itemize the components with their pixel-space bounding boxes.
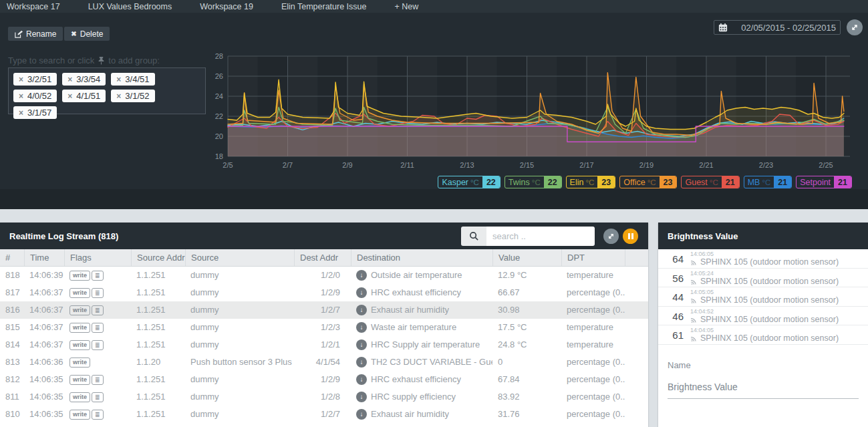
- tab-elin-temperature-issue[interactable]: Elin Temperature Issue: [281, 2, 367, 11]
- cell-spacer: [625, 371, 648, 388]
- table-row[interactable]: 81114:06:35write≣1.1.251dummy1/2/8↓HRC s…: [0, 388, 648, 406]
- search-input[interactable]: [486, 227, 595, 246]
- tab-workspace-19[interactable]: Workspace 19: [200, 2, 253, 11]
- brightness-timestamp: 14:04:05: [690, 327, 868, 333]
- date-range-input[interactable]: [732, 23, 840, 33]
- pause-stream-button[interactable]: [623, 229, 638, 244]
- legend-unit: °C: [710, 178, 718, 186]
- group-chip[interactable]: ×3/3/54: [62, 73, 106, 86]
- legend-name: Kasper°C: [438, 176, 482, 188]
- cell-dpt: percentage (0....: [561, 388, 625, 406]
- brightness-source-label: SPHINX 105 (outdoor motion sensor): [700, 333, 839, 343]
- group-chip[interactable]: ×4/1/51: [62, 90, 106, 102]
- column-header-source: Source: [185, 249, 294, 266]
- tab-workspace-17[interactable]: Workspace 17: [7, 2, 60, 11]
- legend-item-guest[interactable]: Guest°C21: [681, 176, 739, 188]
- legend-value: 21: [834, 176, 851, 188]
- table-row[interactable]: 81414:06:37write≣1.1.251dummy1/2/1↓HRC S…: [0, 336, 648, 353]
- legend-label: Office: [623, 178, 645, 187]
- remove-group-icon[interactable]: ×: [19, 75, 23, 84]
- group-chip[interactable]: ×3/2/51: [13, 73, 57, 86]
- cell-dpt: percentage (0....: [561, 284, 625, 301]
- remove-group-icon[interactable]: ×: [116, 75, 121, 84]
- log-panel: Realtime Log Stream (818) #TimeFlagsSour…: [0, 223, 648, 427]
- remove-group-icon[interactable]: ×: [19, 108, 23, 118]
- rename-label: Rename: [26, 29, 56, 39]
- expand-log-button[interactable]: [603, 229, 619, 244]
- cell-destination: ↓Exhaust air humidity: [351, 301, 492, 319]
- legend-item-office[interactable]: Office°C23: [619, 176, 677, 188]
- remove-group-icon[interactable]: ×: [19, 92, 23, 101]
- legend-label: Setpoint: [800, 178, 831, 187]
- svg-text:2/21: 2/21: [699, 161, 713, 169]
- legend-value: 21: [722, 176, 739, 188]
- name-field[interactable]: Brightness Value: [668, 382, 859, 399]
- brightness-item: 4614:04:52SPHINX 105 (outdoor motion sen…: [658, 307, 868, 326]
- expand-chart-button[interactable]: [847, 19, 863, 35]
- calendar-icon[interactable]: [714, 21, 732, 34]
- search-icon[interactable]: [461, 227, 486, 246]
- pin-icon: [98, 56, 105, 65]
- write-flag-badge: write: [69, 323, 90, 333]
- legend-item-twins[interactable]: Twins°C22: [504, 176, 562, 188]
- brightness-item-info: 14:04:52SPHINX 105 (outdoor motion senso…: [690, 307, 868, 325]
- remove-group-icon[interactable]: ×: [67, 75, 72, 84]
- group-chip[interactable]: ×3/1/57: [13, 106, 57, 119]
- group-chip[interactable]: ×3/4/51: [111, 73, 154, 86]
- cell-destination: ↓HRC exhaust efficiency: [351, 371, 492, 388]
- brightness-value: 46: [665, 311, 684, 322]
- brightness-source: SPHINX 105 (outdoor motion sensor): [690, 257, 868, 267]
- table-row[interactable]: 81714:06:37write≣1.1.251dummy1/2/9↓HRC e…: [0, 284, 648, 301]
- table-row[interactable]: 81614:06:37write≣1.1.251dummy1/2/7↓Exhau…: [0, 301, 648, 319]
- cell-dpt: temperature: [561, 319, 625, 336]
- cell-flags: write≣: [64, 267, 131, 284]
- remove-group-icon[interactable]: ×: [67, 92, 72, 101]
- rename-button[interactable]: Rename: [8, 27, 63, 41]
- cell-spacer: [625, 319, 648, 336]
- legend-item-setpoint[interactable]: Setpoint21: [796, 176, 852, 188]
- destination-label: Exhaust air humidity: [371, 301, 449, 319]
- column-header-dpt: DPT: [561, 249, 625, 266]
- write-flag-badge: write: [69, 392, 90, 402]
- table-row[interactable]: 81514:06:37write≣1.1.251dummy1/2/3↓Waste…: [0, 319, 648, 336]
- cell-row-number: 818: [0, 267, 24, 284]
- legend-item-mb[interactable]: MB°C21: [744, 176, 792, 188]
- group-chip[interactable]: ×3/1/52: [111, 90, 154, 102]
- data-flag-icon: ≣: [92, 375, 104, 385]
- cell-value: 17.5 °C: [492, 319, 561, 336]
- workspace-panel: Rename ✖ Delete Type to search or click …: [0, 13, 868, 189]
- legend-unit: °C: [762, 178, 770, 186]
- cell-source-addr: 1.1.251: [131, 406, 185, 423]
- tab-lux-values-bedrooms[interactable]: LUX Values Bedrooms: [88, 2, 172, 11]
- cell-row-time: 14:06:36: [24, 353, 64, 371]
- write-flag-badge: write: [69, 271, 90, 281]
- legend-item-elin[interactable]: Elin°C23: [566, 176, 616, 188]
- write-flag-badge: write: [69, 358, 90, 368]
- group-search-hint: Type to search or click to add group:: [8, 55, 160, 65]
- signal-icon: [689, 315, 699, 325]
- table-row[interactable]: 81014:06:35write≣1.1.251dummy1/2/7↓Exhau…: [0, 406, 648, 423]
- svg-text:2/17: 2/17: [579, 161, 593, 169]
- cell-value: 30.98: [492, 301, 561, 319]
- cell-source: dummy: [185, 267, 294, 284]
- cell-row-number: 814: [0, 336, 24, 353]
- group-chip[interactable]: ×4/0/52: [13, 90, 57, 102]
- svg-text:2/7: 2/7: [283, 161, 293, 169]
- brightness-source: SPHINX 105 (outdoor motion sensor): [690, 333, 868, 343]
- cell-source: dummy: [185, 284, 294, 301]
- log-search: [461, 227, 595, 246]
- data-flag-icon: ≣: [92, 305, 104, 315]
- cell-source-addr: 1.1.251: [131, 371, 185, 388]
- legend-item-kasper[interactable]: Kasper°C22: [438, 176, 500, 188]
- signal-icon: [689, 276, 699, 286]
- legend-unit: °C: [470, 178, 479, 186]
- brightness-source: SPHINX 105 (outdoor motion sensor): [690, 315, 868, 325]
- table-row[interactable]: 81314:06:36write1.1.20Push button sensor…: [0, 353, 648, 371]
- brightness-value: 56: [665, 273, 684, 284]
- remove-group-icon[interactable]: ×: [116, 92, 121, 101]
- new-workspace-button[interactable]: + New: [395, 2, 419, 11]
- svg-text:28: 28: [215, 52, 223, 60]
- table-row[interactable]: 81814:06:39write≣1.1.251dummy1/2/0↓Outsi…: [0, 267, 648, 284]
- delete-button[interactable]: ✖ Delete: [64, 27, 110, 41]
- table-row[interactable]: 81214:06:35write≣1.1.251dummy1/2/9↓HRC e…: [0, 371, 648, 388]
